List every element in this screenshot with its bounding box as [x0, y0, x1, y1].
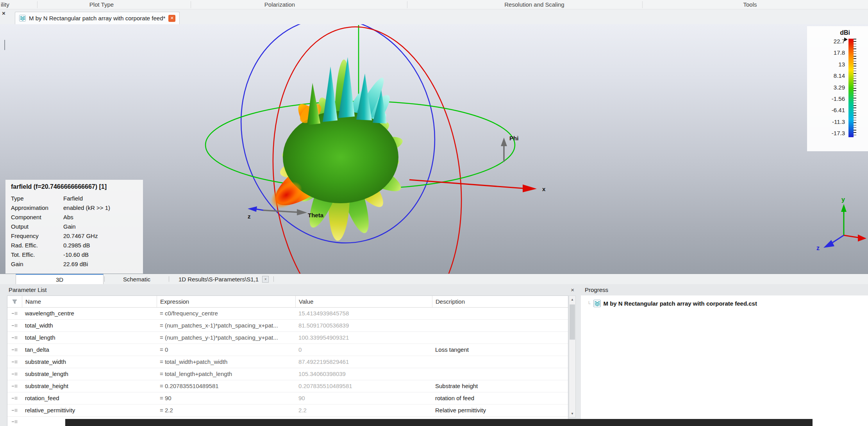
param-expression[interactable]: = total_width+patch_width [157, 356, 295, 368]
docked-panels-area: Parameter List × Name Expression Value D… [0, 284, 868, 426]
bottom-dark-strip [65, 419, 813, 426]
column-header-value[interactable]: Value [295, 296, 432, 307]
param-name[interactable]: total_width [22, 320, 157, 331]
ribbon-strip: ility Plot Type Polarization Resolution … [0, 0, 868, 9]
scroll-up-icon[interactable]: ▲ [569, 296, 575, 303]
tab-schematic[interactable]: Schematic [105, 274, 168, 284]
project-file-icon [593, 300, 601, 307]
colorbar-ticks [854, 39, 856, 137]
scroll-down-icon[interactable]: ▼ [569, 410, 575, 417]
param-value[interactable]: 87.4922195829461 [295, 356, 432, 368]
progress-header: Progress [581, 284, 868, 295]
farfield-value: enabled (kR >> 1) [63, 203, 138, 213]
param-expression[interactable]: = (num_patches_x-1)*patch_spacing_x+pat.… [157, 320, 295, 331]
tab-1d-close-icon[interactable]: × [262, 276, 269, 283]
param-expression[interactable]: = (num_patches_y-1)*patch_spacing_y+pat.… [157, 332, 295, 344]
document-tab-title: M by N Rectangular patch array with corp… [29, 15, 165, 21]
parameter-list-panel: Parameter List × Name Expression Value D… [5, 284, 576, 426]
param-value[interactable]: 15.4134939845758 [295, 308, 432, 319]
parameter-icon [11, 372, 18, 376]
farfield-label: Approximation [11, 203, 63, 213]
parameter-list-header: Parameter List × [5, 284, 576, 295]
param-name[interactable]: wavelength_centre [22, 308, 157, 319]
param-name[interactable]: rotation_feed [22, 392, 157, 404]
table-row[interactable]: total_width = (num_patches_x-1)*patch_sp… [7, 320, 568, 332]
param-name[interactable]: tan_delta [22, 344, 157, 356]
ribbon-group-visibility: ility [1, 0, 9, 9]
legend-value: 8.14 [834, 72, 845, 79]
param-value[interactable]: 90 [295, 392, 432, 404]
table-row[interactable]: substrate_height = 0.207835510489581 0.2… [7, 380, 568, 392]
tab-1d-results[interactable]: 1D Results\S-Parameters\S1,1 × [170, 274, 273, 284]
document-tab-close-icon[interactable]: ✕ [168, 15, 175, 22]
param-description[interactable] [432, 308, 568, 319]
scrollbar-thumb[interactable] [570, 304, 575, 340]
colorbar-legend: dBi 22.7 17.8 13 8.14 3.29 -1.56 -6.41 -… [807, 26, 868, 151]
table-row[interactable]: total_length = (num_patches_y-1)*patch_s… [7, 332, 568, 344]
param-name[interactable]: substrate_length [22, 368, 157, 380]
table-row[interactable]: relative_permittivity = 2.2 2.2 Relative… [7, 405, 568, 417]
parameter-table-header: Name Expression Value Description [7, 296, 568, 308]
tab-divider [273, 276, 274, 282]
param-value[interactable]: 105.34060398039 [295, 368, 432, 380]
close-icon[interactable]: × [2, 10, 5, 16]
parameter-table: Name Expression Value Description wavele… [7, 295, 568, 426]
progress-body: └ M by N Rectangular patch array with co… [581, 295, 868, 426]
column-header-name[interactable]: Name [22, 296, 157, 307]
farfield-value: Farfield [63, 194, 138, 203]
farfield-value: -10.60 dB [63, 250, 138, 260]
legend-value: 13 [838, 61, 845, 68]
param-description[interactable] [432, 368, 568, 380]
document-tab-bar: × M by N Rectangular patch array with co… [0, 9, 868, 24]
legend-value: -11.3 [832, 118, 845, 125]
param-description[interactable] [432, 320, 568, 331]
parameter-list-close-icon[interactable]: × [571, 284, 574, 295]
document-tab[interactable]: M by N Rectangular patch array with corp… [15, 12, 180, 24]
table-row[interactable]: wavelength_centre = c0/frequency_centre … [7, 308, 568, 320]
param-value[interactable]: 0 [295, 344, 432, 356]
table-row[interactable]: substrate_length = total_length+patch_le… [7, 368, 568, 380]
phi-arrow: Phi [501, 135, 518, 162]
param-description[interactable]: Loss tangent [432, 344, 568, 356]
param-name[interactable]: relative_permittivity [22, 405, 157, 416]
farfield-value: Abs [63, 213, 138, 222]
column-header-expression[interactable]: Expression [157, 296, 295, 307]
table-row[interactable]: tan_delta = 0 0 Loss tangent [7, 344, 568, 356]
table-scrollbar[interactable]: ▲ ▼ [569, 295, 576, 417]
param-expression[interactable]: = total_length+patch_length [157, 368, 295, 380]
param-expression[interactable]: = 0 [157, 344, 295, 356]
param-name[interactable]: substrate_width [22, 356, 157, 368]
param-value[interactable]: 100.339954909321 [295, 332, 432, 344]
progress-item-label: M by N Rectangular patch array with corp… [604, 300, 757, 307]
progress-item[interactable]: └ M by N Rectangular patch array with co… [581, 295, 868, 307]
param-value[interactable]: 2.2 [295, 405, 432, 416]
viewport-3d[interactable]: x Phi Theta z y [0, 24, 868, 274]
farfield-label: Frequency [11, 231, 63, 241]
ribbon-group-plot-type: Plot Type [89, 0, 114, 9]
param-name[interactable]: total_length [22, 332, 157, 344]
param-description[interactable]: Substrate height [432, 380, 568, 392]
column-header-description[interactable]: Description [432, 296, 568, 307]
legend-value: 22.7 [834, 38, 845, 45]
param-description[interactable]: Relative permittivity [432, 405, 568, 416]
param-value[interactable]: 81.5091700536839 [295, 320, 432, 331]
param-description[interactable]: rotation of feed [432, 392, 568, 404]
ribbon-separator [191, 1, 191, 8]
parameter-icon [11, 336, 18, 340]
param-value[interactable]: 0.207835510489581 [295, 380, 432, 392]
param-expression[interactable]: = 0.207835510489581 [157, 380, 295, 392]
farfield-title: farfield (f=20.7466666666667) [1] [11, 183, 138, 190]
param-expression[interactable]: = c0/frequency_centre [157, 308, 295, 319]
filter-icon[interactable] [12, 299, 17, 304]
table-row[interactable]: rotation_feed = 90 90 rotation of feed [7, 392, 568, 405]
table-row[interactable]: substrate_width = total_width+patch_widt… [7, 356, 568, 368]
triad-z-label: z [816, 245, 820, 251]
tab-3d[interactable]: 3D [16, 274, 104, 284]
param-name[interactable]: substrate_height [22, 380, 157, 392]
param-description[interactable] [432, 356, 568, 368]
param-description[interactable] [432, 332, 568, 344]
parameter-icon [11, 396, 18, 400]
param-expression[interactable]: = 2.2 [157, 405, 295, 416]
param-expression[interactable]: = 90 [157, 392, 295, 404]
legend-value: -1.56 [832, 95, 845, 102]
